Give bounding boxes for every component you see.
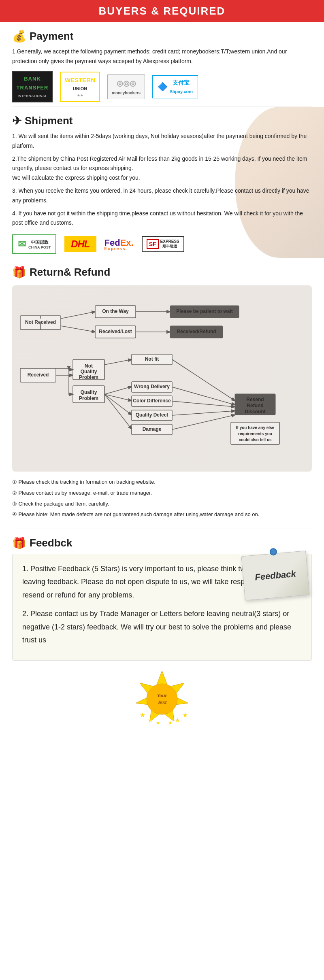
svg-text:★: ★	[175, 717, 180, 723]
page-header: BUYERS & REQUIRED	[0, 0, 324, 22]
refund-note-2: ② Please contact us by meesage, e-mail, …	[12, 488, 312, 498]
feedback-body2: 2. Please contact us by Trade Manager or…	[22, 607, 302, 646]
refund-title-text: Return& Refund	[30, 266, 110, 278]
refund-note-3: ③ Check the package and Item, carefully.	[12, 499, 312, 509]
payment-logos: BANKTRANSFER INTERNATIONAL WESTERN UNION…	[12, 71, 312, 102]
feedback-title: 🎁 Feedbck	[12, 536, 312, 550]
payment-title: 💰 Payment	[12, 30, 312, 43]
shipment-icon: ✈	[12, 114, 21, 128]
chinapost-cn: 中国邮政	[28, 239, 51, 245]
feedback-note-container: Feedback	[243, 553, 312, 610]
refund-notes: ① Please check the tracking in formation…	[12, 477, 312, 520]
payment-section: 💰 Payment 1.Generally, we accept the fol…	[0, 22, 324, 106]
refund-icon: 🎁	[12, 266, 26, 279]
alipay-text: 支付宝 Alipay.com	[169, 78, 193, 95]
shipment-title-text: Shipment	[25, 115, 72, 127]
alipay-en: Alipay.com	[169, 88, 193, 96]
sf-cn: 顺丰速运	[160, 244, 179, 249]
moneybookers-logo: ◎◎◎ moneybookers	[107, 74, 145, 100]
flowchart-bg	[12, 285, 312, 472]
payment-body: 1.Generally, we accept the following pay…	[12, 47, 312, 102]
star-burst-svg: Your Text ★ ★ ★ ★ ★ ★	[130, 669, 194, 725]
shipment-section: ✈ Shipment 1. We will sent the items wit…	[0, 107, 324, 258]
feedback-note-label: Feedback	[254, 569, 296, 583]
svg-text:★: ★	[182, 712, 188, 719]
svg-text:★: ★	[148, 717, 153, 723]
payment-body1: 1.Generally, we accept the following pay…	[12, 47, 312, 66]
svg-text:★: ★	[168, 720, 173, 725]
sf-box: SF	[147, 239, 159, 249]
feedback-icon: 🎁	[12, 536, 26, 550]
bank-transfer-sub: INTERNATIONAL	[18, 93, 47, 99]
alipay-logo: 🔷 支付宝 Alipay.com	[152, 75, 198, 98]
shipment-body: 1. We will sent the items within 2-5days…	[12, 132, 312, 228]
shipment-body2: 2.The shipment by China Post Registered …	[12, 154, 312, 183]
chinapost-logo: ✉ 中国邮政 CHINA POST	[12, 234, 56, 254]
svg-text:★: ★	[140, 712, 145, 719]
chinapost-icon: ✉	[18, 238, 26, 250]
refund-note-4: ④ Please Note: Men made defects are not …	[12, 510, 312, 520]
svg-text:Text: Text	[158, 699, 167, 705]
svg-text:Your: Your	[157, 692, 167, 698]
payment-icon: 💰	[12, 30, 26, 43]
refund-note-1: ① Please check the tracking in formation…	[12, 477, 312, 487]
feedback-note-img: Feedback	[241, 551, 310, 601]
western-union-logo: WESTERN UNION ✦✦	[60, 72, 100, 102]
wu-union: UNION	[73, 85, 87, 93]
shipment-title: ✈ Shipment	[12, 114, 312, 128]
shipping-logos: ✉ 中国邮政 CHINA POST DHL FedEx. Express SF …	[12, 234, 312, 254]
shipment-body3: 3. When you receive the items you ordere…	[12, 186, 312, 206]
dhl-text: DHL	[71, 238, 90, 249]
refund-title: 🎁 Return& Refund	[12, 266, 312, 279]
fedex-logo: FedEx. Express	[104, 238, 134, 251]
feedback-pin	[269, 548, 277, 556]
flowchart-wrapper: Not Received On the Way Please be patien…	[12, 285, 312, 472]
bank-transfer-logo: BANKTRANSFER INTERNATIONAL	[12, 71, 53, 102]
wu-sub: ✦✦	[77, 93, 83, 99]
dhl-logo: DHL	[64, 236, 96, 252]
shipment-content: ✈ Shipment 1. We will sent the items wit…	[12, 114, 312, 254]
star-badge: Your Text ★ ★ ★ ★ ★ ★	[12, 669, 312, 733]
alipay-cn: 支付宝	[169, 78, 193, 88]
mb-text: moneybookers	[112, 89, 141, 96]
fedex-sub: Express	[104, 247, 126, 251]
svg-text:★: ★	[156, 720, 160, 725]
bank-transfer-main: BANKTRANSFER	[17, 74, 49, 92]
feedback-title-text: Feedbck	[30, 537, 72, 549]
wu-text: WESTERN	[65, 75, 95, 85]
sf-express: EXPRESS	[160, 239, 179, 244]
chinapost-en: CHINA POST	[28, 245, 51, 249]
sf-logo: SF EXPRESS 顺丰速运	[142, 236, 184, 252]
shipment-body1: 1. We will sent the items within 2-5days…	[12, 132, 312, 151]
alipay-icon: 🔷	[158, 80, 168, 94]
refund-section: 🎁 Return& Refund Not Received On the Way	[0, 258, 324, 529]
feedback-section: 🎁 Feedbck Feedback 1. Positive Feedback …	[0, 529, 324, 742]
star-badge-inner: Your Text ★ ★ ★ ★ ★ ★	[130, 669, 194, 725]
shipment-body4: 4. If you have not got it within the shi…	[12, 209, 312, 228]
payment-title-text: Payment	[30, 30, 73, 43]
mb-icon: ◎◎◎	[117, 77, 136, 90]
